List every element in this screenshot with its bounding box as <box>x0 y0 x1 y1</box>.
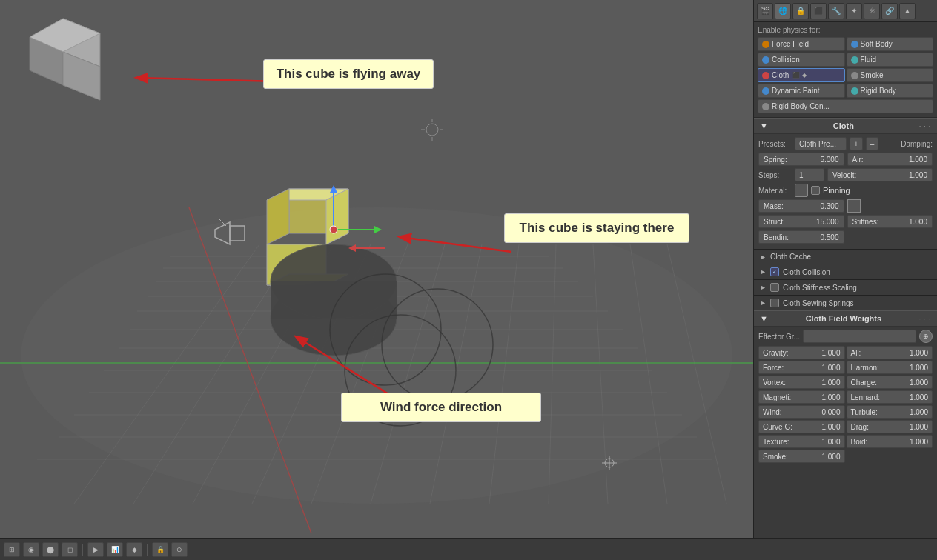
panel-icon-object[interactable]: ⬛ <box>810 3 827 19</box>
effector-icon-btn[interactable]: ⊕ <box>919 330 933 343</box>
drag-field[interactable]: Drag: 1.000 <box>847 420 933 433</box>
physics-force-field[interactable]: Force Field <box>758 37 845 51</box>
toolbar-btn-anim[interactable]: ▶ <box>87 542 104 557</box>
soft-body-label: Soft Body <box>861 40 893 48</box>
panel-icon-physics[interactable]: ⚛ <box>864 3 880 19</box>
wind-value: 0.000 <box>821 408 840 416</box>
panel-icon-particles[interactable]: ✦ <box>846 3 862 19</box>
presets-add-btn[interactable]: + <box>850 137 863 150</box>
cloth-sewing-header[interactable]: ► Cloth Sewing Springs <box>754 296 937 310</box>
mass-row: Mass: 0.300 <box>758 199 933 213</box>
panel-icon-scene[interactable]: 🌐 <box>775 3 791 19</box>
struct-field[interactable]: Struct: 15.000 <box>758 215 844 228</box>
wind-field[interactable]: Wind: 0.000 <box>758 405 845 419</box>
svg-rect-39 <box>271 281 397 319</box>
all-value: 1.000 <box>910 349 928 357</box>
cloth-stiffness-header[interactable]: ► Cloth Stiffness Scaling <box>754 280 937 295</box>
toolbar-btn-solid[interactable]: ⬤ <box>42 542 59 557</box>
steps-input[interactable] <box>795 168 824 181</box>
physics-smoke[interactable]: Smoke <box>847 68 934 82</box>
toolbar-btn-wire[interactable]: ◻ <box>62 542 78 557</box>
texture-boid-row: Texture: 1.000 Boid: 1.000 <box>758 435 933 448</box>
gravity-value: 1.000 <box>821 349 840 357</box>
physics-collision[interactable]: Collision <box>758 53 845 67</box>
boid-label: Boid: <box>851 438 868 446</box>
viewport[interactable]: This cube is flying away This cube is st… <box>0 0 753 538</box>
presets-input[interactable] <box>795 137 847 150</box>
dynamic-paint-label: Dynamic Paint <box>772 87 819 95</box>
toolbar-btn-proportional[interactable]: ⊙ <box>171 542 188 557</box>
texture-field[interactable]: Texture: 1.000 <box>758 435 845 448</box>
charge-field[interactable]: Charge: 1.000 <box>847 376 933 389</box>
boid-field[interactable]: Boid: 1.000 <box>847 435 933 448</box>
presets-remove-btn[interactable]: – <box>866 137 879 150</box>
pinning-checkbox[interactable] <box>811 186 820 195</box>
spring-field[interactable]: Spring: 5.000 <box>758 153 844 166</box>
panel-icon-constraints[interactable]: 🔗 <box>881 3 898 19</box>
gravity-field[interactable]: Gravity: 1.000 <box>758 346 845 359</box>
right-panel: 🎬 🌐 🔒 ⬛ 🔧 ✦ ⚛ 🔗 ▲ Enable physics for: Fo… <box>753 0 937 538</box>
cloth-collision-arrow: ► <box>760 268 767 276</box>
cloth-cache-section: ► Cloth Cache <box>754 249 937 264</box>
physics-fluid[interactable]: Fluid <box>847 53 934 67</box>
field-weights-dots: · · · <box>919 316 931 322</box>
stiffnes-label: Stiffnes: <box>852 218 879 226</box>
cloth-icon <box>762 72 769 79</box>
cloth-collision-header[interactable]: ► Cloth Collision <box>754 264 937 279</box>
magneti-lennard-row: Magneti: 1.000 Lennard: 1.000 <box>758 390 933 404</box>
mass-label: Mass: <box>764 202 784 210</box>
drag-label: Drag: <box>851 423 869 431</box>
cloth-sewing-checkbox[interactable] <box>770 299 779 307</box>
toolbar-btn-persp[interactable]: ◉ <box>23 542 39 557</box>
material-swatch[interactable] <box>795 184 808 197</box>
magneti-field[interactable]: Magneti: 1.000 <box>758 390 845 404</box>
curveg-value: 1.000 <box>821 423 840 431</box>
struct-label: Struct: <box>764 218 785 226</box>
toolbar-btn-timeline[interactable]: 📊 <box>107 542 123 557</box>
panel-icon-render[interactable]: 🎬 <box>757 3 773 19</box>
cloth-sewing-title: Cloth Sewing Springs <box>783 299 854 307</box>
wind-turbule-row: Wind: 0.000 Turbule: 1.000 <box>758 405 933 419</box>
physics-soft-body[interactable]: Soft Body <box>847 37 934 51</box>
physics-rigid-body[interactable]: Rigid Body <box>847 84 934 98</box>
cloth-section-header[interactable]: ▼ Cloth · · · <box>754 118 937 134</box>
toolbar-btn-snap[interactable]: 🔒 <box>152 542 168 557</box>
toolbar-btn-view[interactable]: ⊞ <box>4 542 20 557</box>
cloth-collision-checkbox[interactable] <box>770 267 779 276</box>
effector-label: Effector Gr... <box>758 333 800 341</box>
rigid-body-label: Rigid Body <box>861 87 896 95</box>
smoke-field[interactable]: Smoke: 1.000 <box>758 450 845 463</box>
mass-field[interactable]: Mass: 0.300 <box>758 199 844 213</box>
smoke-w-label: Smoke: <box>763 453 788 461</box>
panel-icon-modifier[interactable]: 🔧 <box>828 3 844 19</box>
harmon-field[interactable]: Harmon: 1.000 <box>847 361 933 374</box>
physics-rigid-body-con[interactable]: Rigid Body Con... <box>758 99 933 113</box>
physics-dynamic-paint[interactable]: Dynamic Paint <box>758 84 845 98</box>
cloth-cache-header[interactable]: ► Cloth Cache <box>754 250 937 264</box>
vortex-charge-row: Vortex: 1.000 Charge: 1.000 <box>758 376 933 389</box>
all-label: All: <box>851 349 861 357</box>
velocit-field[interactable]: Velocit: 1.000 <box>827 168 933 181</box>
vortex-field[interactable]: Vortex: 1.000 <box>758 376 845 389</box>
collision-icon <box>762 56 769 64</box>
fluid-icon <box>851 56 858 64</box>
bendin-field[interactable]: Bendin: 0.500 <box>758 230 844 244</box>
air-field[interactable]: Air: 1.000 <box>847 153 933 166</box>
force-value: 1.000 <box>821 364 840 372</box>
stiffnes-field[interactable]: Stiffnes: 1.000 <box>847 215 933 228</box>
curveg-field[interactable]: Curve G: 1.000 <box>758 420 845 433</box>
effector-input[interactable] <box>803 330 916 343</box>
cloth-stiffness-checkbox[interactable] <box>770 283 779 292</box>
lennard-field[interactable]: Lennard: 1.000 <box>847 390 933 404</box>
panel-icon-world[interactable]: 🔒 <box>792 3 809 19</box>
turbule-field[interactable]: Turbule: 1.000 <box>847 405 933 419</box>
physics-cloth[interactable]: Cloth ⬛ ◆ <box>758 68 845 82</box>
force-field-w[interactable]: Force: 1.000 <box>758 361 845 374</box>
stiffnes-value: 1.000 <box>909 218 927 226</box>
gravity-all-row: Gravity: 1.000 All: 1.000 <box>758 346 933 359</box>
all-field[interactable]: All: 1.000 <box>847 346 933 359</box>
cloth-field-weights-header[interactable]: ▼ Cloth Field Weights · · · <box>754 310 937 327</box>
toolbar-btn-keyframe[interactable]: ◆ <box>126 542 142 557</box>
panel-icon-data[interactable]: ▲ <box>899 3 916 19</box>
rigid-body-icon <box>851 87 858 95</box>
